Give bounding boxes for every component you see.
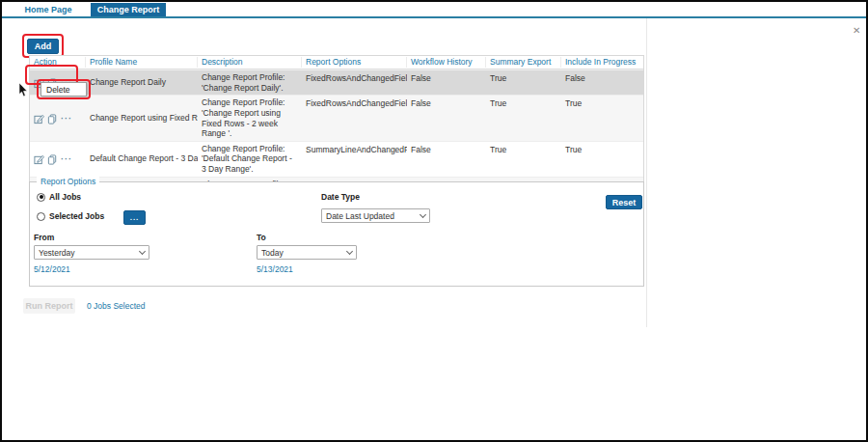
- workflow-history-value: False: [407, 70, 486, 95]
- col-header-report-options[interactable]: Report Options: [302, 57, 407, 68]
- all-jobs-label: All Jobs: [49, 192, 81, 202]
- select-jobs-ellipsis-button[interactable]: ...: [123, 210, 146, 225]
- col-header-profile-name[interactable]: Profile Name: [86, 57, 198, 68]
- tab-home-page[interactable]: Home Page: [10, 3, 87, 16]
- to-date: 5/13/2021: [257, 264, 293, 274]
- report-options-value: FixedRowsAndChangedFields: [302, 70, 407, 95]
- summary-export-value: True: [486, 142, 561, 177]
- more-actions-icon[interactable]: ···: [61, 115, 72, 123]
- copy-icon[interactable]: [47, 114, 58, 124]
- col-header-description[interactable]: Description: [198, 57, 302, 68]
- reset-button[interactable]: Reset: [606, 195, 642, 209]
- chevron-down-icon: [346, 247, 353, 254]
- date-type-value: Date Last Updated: [326, 211, 420, 221]
- col-header-include-in-progress[interactable]: Include In Progress: [561, 57, 643, 68]
- profile-name: Default Change Report - 3 Day Range: [86, 142, 198, 177]
- col-header-summary-export[interactable]: Summary Export: [486, 57, 561, 68]
- change-report-window: Home Page Change Report ✕ Add Action Pro…: [0, 0, 868, 442]
- include-in-progress-value: False: [561, 70, 643, 95]
- description: Change Report Profile: 'Default Change R…: [198, 142, 302, 177]
- report-options-value: SummaryLineAndChangedFields: [302, 142, 407, 177]
- run-report-button[interactable]: Run Report: [23, 298, 75, 314]
- tab-bar: Home Page Change Report: [2, 2, 866, 16]
- jobs-selected-link[interactable]: 0 Jobs Selected: [87, 301, 145, 311]
- close-icon[interactable]: ✕: [853, 25, 860, 36]
- edit-icon[interactable]: [34, 154, 44, 165]
- add-button[interactable]: Add: [27, 39, 59, 54]
- from-date: 5/12/2021: [34, 264, 70, 274]
- date-type-dropdown[interactable]: Date Last Updated: [321, 208, 430, 223]
- action-cell: ···: [30, 142, 86, 177]
- tab-underline: [2, 16, 866, 18]
- col-header-action[interactable]: Action: [30, 57, 86, 68]
- content-right-divider: [646, 18, 647, 327]
- selected-jobs-label: Selected Jobs: [49, 211, 104, 221]
- table-header-row: Action Profile Name Description Report O…: [30, 56, 643, 69]
- selected-jobs-option: Selected Jobs: [37, 211, 104, 221]
- report-options-panel: Report Options All Jobs Selected Jobs ..…: [29, 181, 644, 287]
- to-value: Today: [261, 248, 347, 258]
- action-cell: ···: [30, 96, 86, 141]
- include-in-progress-value: True: [561, 142, 643, 177]
- description: Change Report Profile: 'Change Report us…: [198, 96, 302, 141]
- table-row[interactable]: ··· Change Report Daily Change Report Pr…: [30, 69, 643, 95]
- table-row[interactable]: ··· Change Report using Fixed Rows - 2 w…: [30, 95, 643, 141]
- workflow-history-value: False: [407, 96, 486, 141]
- report-options-legend: Report Options: [37, 177, 99, 186]
- edit-icon[interactable]: [34, 114, 44, 124]
- copy-icon[interactable]: [47, 154, 58, 165]
- to-label: To: [257, 233, 266, 242]
- workflow-history-value: False: [407, 142, 486, 177]
- table-row[interactable]: ··· Default Change Report - 3 Day Range …: [30, 141, 643, 177]
- all-jobs-option: All Jobs: [37, 192, 81, 202]
- date-type-label: Date Type: [321, 192, 360, 202]
- delete-menu-item[interactable]: Delete: [41, 82, 87, 97]
- summary-export-value: True: [486, 70, 561, 95]
- col-header-workflow-history[interactable]: Workflow History: [407, 57, 486, 68]
- selected-jobs-radio[interactable]: [37, 212, 45, 221]
- profile-name: Change Report Daily: [86, 70, 198, 95]
- from-value: Yesterday: [39, 248, 140, 258]
- chevron-down-icon: [420, 210, 426, 217]
- report-options-value: FixedRowsAndChangedFields: [302, 96, 407, 141]
- tab-change-report[interactable]: Change Report: [91, 3, 166, 16]
- profile-name: Change Report using Fixed Rows - 2 wee: [86, 96, 198, 141]
- from-label: From: [34, 233, 54, 242]
- chevron-down-icon: [139, 247, 146, 254]
- include-in-progress-value: True: [561, 96, 643, 141]
- summary-export-value: True: [486, 96, 561, 141]
- to-dropdown[interactable]: Today: [257, 245, 357, 260]
- more-actions-icon[interactable]: ···: [61, 155, 72, 163]
- description: Change Report Profile: 'Change Report Da…: [198, 70, 302, 95]
- mouse-cursor: [18, 83, 28, 101]
- all-jobs-radio[interactable]: [37, 193, 45, 202]
- from-dropdown[interactable]: Yesterday: [34, 245, 149, 260]
